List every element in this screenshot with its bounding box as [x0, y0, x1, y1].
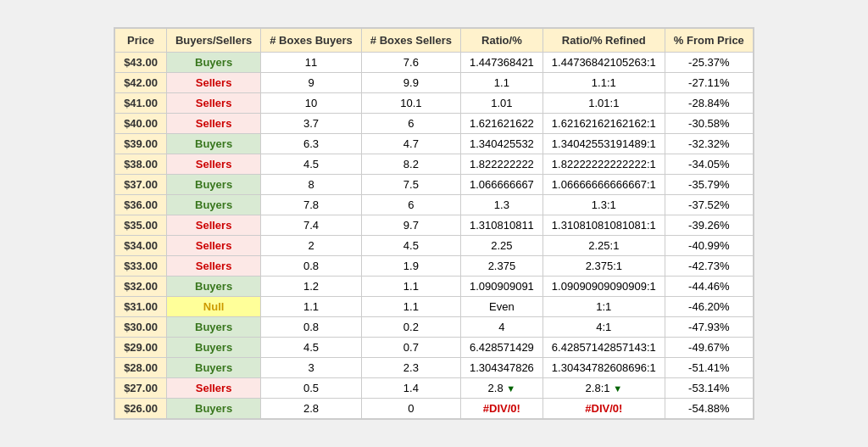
boxes-buyers-cell: 0.8: [261, 317, 362, 338]
table-row: $41.00Sellers1010.11.011.01:1-28.84%: [115, 93, 754, 114]
table-row: $29.00Buyers4.50.76.4285714296.428571428…: [115, 338, 754, 358]
from-price-cell: -42.73%: [665, 256, 753, 277]
buyers-sellers-cell: Buyers: [166, 53, 260, 73]
from-price-cell: -27.11%: [665, 73, 753, 93]
ratio-cell: #DIV/0!: [460, 399, 542, 419]
price-cell: $37.00: [115, 175, 167, 195]
buyers-sellers-cell: Sellers: [166, 378, 260, 399]
boxes-buyers-cell: 7.4: [261, 215, 362, 236]
table-row: $43.00Buyers117.61.4473684211.4473684210…: [115, 53, 754, 73]
table-row: $36.00Buyers7.861.31.3:1-37.52%: [115, 195, 754, 215]
price-cell: $34.00: [115, 236, 167, 256]
ratio-cell: 1.447368421: [460, 53, 542, 73]
ratio-cell: 1.340425532: [460, 134, 542, 154]
table-row: $40.00Sellers3.761.6216216221.6216216216…: [115, 114, 754, 134]
boxes-sellers-cell: 1.1: [361, 277, 460, 297]
from-price-cell: -40.99%: [665, 236, 753, 256]
price-cell: $42.00: [115, 73, 167, 93]
buyers-sellers-cell: Buyers: [166, 317, 260, 338]
boxes-buyers-cell: 2.8: [261, 399, 362, 419]
boxes-sellers-cell: 6: [361, 195, 460, 215]
col-header-4: Ratio/%: [460, 29, 542, 53]
col-header-3: # Boxes Sellers: [361, 29, 460, 53]
boxes-sellers-cell: 4.5: [361, 236, 460, 256]
from-price-cell: -49.67%: [665, 338, 753, 358]
table-row: $37.00Buyers87.51.0666666671.06666666666…: [115, 175, 754, 195]
buyers-sellers-cell: Sellers: [166, 256, 260, 277]
price-cell: $33.00: [115, 256, 167, 277]
ratio-refined-cell: 1.01:1: [542, 93, 665, 114]
boxes-sellers-cell: 9.9: [361, 73, 460, 93]
boxes-buyers-cell: 0.8: [261, 256, 362, 277]
boxes-buyers-cell: 8: [261, 175, 362, 195]
from-price-cell: -39.26%: [665, 215, 753, 236]
from-price-cell: -35.79%: [665, 175, 753, 195]
table-row: $34.00Sellers24.52.252.25:1-40.99%: [115, 236, 754, 256]
main-table-wrapper: PriceBuyers/Sellers# Boxes Buyers# Boxes…: [114, 27, 754, 420]
boxes-sellers-cell: 7.5: [361, 175, 460, 195]
buyers-sellers-cell: Buyers: [166, 134, 260, 154]
ratio-cell: 2.8 ▼: [460, 378, 542, 399]
buyers-sellers-cell: Buyers: [166, 277, 260, 297]
price-table: PriceBuyers/Sellers# Boxes Buyers# Boxes…: [114, 28, 754, 419]
ratio-refined-cell: 1.82222222222222:1: [542, 154, 665, 175]
table-row: $38.00Sellers4.58.21.8222222221.82222222…: [115, 154, 754, 175]
from-price-cell: -53.14%: [665, 378, 753, 399]
buyers-sellers-cell: Sellers: [166, 236, 260, 256]
col-header-2: # Boxes Buyers: [261, 29, 362, 53]
ratio-cell: 1.304347826: [460, 358, 542, 378]
ratio-refined-cell: 1.09090909090909:1: [542, 277, 665, 297]
ratio-refined-cell: 2.8:1 ▼: [542, 378, 665, 399]
price-cell: $32.00: [115, 277, 167, 297]
buyers-sellers-cell: Null: [166, 297, 260, 317]
boxes-buyers-cell: 6.3: [261, 134, 362, 154]
boxes-buyers-cell: 1.2: [261, 277, 362, 297]
boxes-buyers-cell: 9: [261, 73, 362, 93]
price-cell: $36.00: [115, 195, 167, 215]
price-cell: $28.00: [115, 358, 167, 378]
price-cell: $29.00: [115, 338, 167, 358]
buyers-sellers-cell: Buyers: [166, 358, 260, 378]
from-price-cell: -30.58%: [665, 114, 753, 134]
table-row: $31.00Null1.11.1Even1:1-46.20%: [115, 297, 754, 317]
col-header-0: Price: [115, 29, 167, 53]
buyers-sellers-cell: Sellers: [166, 114, 260, 134]
ratio-cell: 1.066666667: [460, 175, 542, 195]
buyers-sellers-cell: Buyers: [166, 175, 260, 195]
boxes-sellers-cell: 1.1: [361, 297, 460, 317]
ratio-cell: 1.621621622: [460, 114, 542, 134]
boxes-buyers-cell: 3.7: [261, 114, 362, 134]
table-row: $33.00Sellers0.81.92.3752.375:1-42.73%: [115, 256, 754, 277]
table-row: $32.00Buyers1.21.11.0909090911.090909090…: [115, 277, 754, 297]
table-row: $35.00Sellers7.49.71.3108108111.31081081…: [115, 215, 754, 236]
ratio-refined-cell: 1.34042553191489:1: [542, 134, 665, 154]
ratio-cell: 1.310810811: [460, 215, 542, 236]
buyers-sellers-cell: Sellers: [166, 73, 260, 93]
ratio-refined-cell: 1.06666666666667:1: [542, 175, 665, 195]
boxes-sellers-cell: 10.1: [361, 93, 460, 114]
ratio-refined-cell: 1.3:1: [542, 195, 665, 215]
boxes-sellers-cell: 7.6: [361, 53, 460, 73]
from-price-cell: -37.52%: [665, 195, 753, 215]
boxes-sellers-cell: 0.7: [361, 338, 460, 358]
table-row: $30.00Buyers0.80.244:1-47.93%: [115, 317, 754, 338]
col-header-1: Buyers/Sellers: [166, 29, 260, 53]
price-cell: $40.00: [115, 114, 167, 134]
price-cell: $26.00: [115, 399, 167, 419]
table-row: $39.00Buyers6.34.71.3404255321.340425531…: [115, 134, 754, 154]
ratio-cell: Even: [460, 297, 542, 317]
ratio-cell: 2.25: [460, 236, 542, 256]
table-row: $27.00Sellers0.51.42.8 ▼2.8:1 ▼-53.14%: [115, 378, 754, 399]
price-cell: $35.00: [115, 215, 167, 236]
boxes-buyers-cell: 10: [261, 93, 362, 114]
boxes-buyers-cell: 7.8: [261, 195, 362, 215]
boxes-sellers-cell: 6: [361, 114, 460, 134]
ratio-refined-cell: 4:1: [542, 317, 665, 338]
ratio-cell: 6.428571429: [460, 338, 542, 358]
table-row: $28.00Buyers32.31.3043478261.30434782608…: [115, 358, 754, 378]
ratio-cell: 1.3: [460, 195, 542, 215]
boxes-buyers-cell: 1.1: [261, 297, 362, 317]
ratio-cell: 1.1: [460, 73, 542, 93]
price-cell: $39.00: [115, 134, 167, 154]
price-cell: $41.00: [115, 93, 167, 114]
